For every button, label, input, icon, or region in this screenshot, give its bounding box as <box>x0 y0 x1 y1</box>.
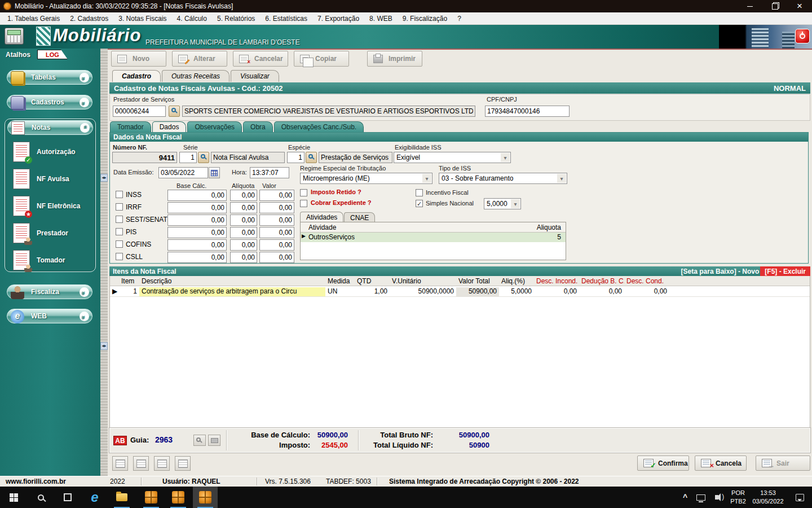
pis-checkbox[interactable] <box>116 228 123 235</box>
cpf-input[interactable] <box>485 106 570 117</box>
sidebar-item-nf-avulsa[interactable]: NF Avulsa <box>5 167 95 191</box>
record-nav-next-button[interactable] <box>154 456 170 471</box>
menu-relatorios[interactable]: 5. Relatórios <box>212 14 260 24</box>
simples-valor-select[interactable]: 5,0000 ▾ <box>484 198 521 209</box>
subtab-observacoes-canc[interactable]: Observações Canc./Sub. <box>274 121 364 132</box>
record-nav-prev-button[interactable] <box>133 456 149 471</box>
alterar-button[interactable]: Alterar <box>172 51 227 67</box>
tab-cadastro[interactable]: Cadastro <box>112 70 161 82</box>
inss-base-input[interactable] <box>167 190 227 201</box>
chevron-down-icon[interactable]: » <box>80 312 89 321</box>
sidebar-splitter[interactable]: ◂▸ ◂▸ <box>100 49 108 476</box>
sair-button[interactable]: → Sair <box>756 456 810 471</box>
taskbar-app1-button[interactable] <box>139 487 164 508</box>
especie-input[interactable] <box>287 152 304 163</box>
cancelar-button[interactable]: × Cancelar <box>233 51 288 67</box>
incentivo-fiscal-checkbox[interactable] <box>416 189 423 196</box>
guia-search-button[interactable] <box>193 435 206 446</box>
menu-cadastros[interactable]: 2. Cadastros <box>65 14 113 24</box>
menu-estatisticas[interactable]: 6. Estatísticas <box>260 14 312 24</box>
sest-checkbox[interactable] <box>116 216 123 223</box>
network-tray-icon[interactable] <box>692 487 709 508</box>
clock[interactable]: 13:53 03/05/2022 <box>745 489 791 506</box>
minimize-button[interactable] <box>738 0 762 12</box>
numero-input[interactable] <box>112 152 177 163</box>
serie-input[interactable] <box>179 152 197 163</box>
copiar-button[interactable]: Copiar <box>294 51 349 67</box>
irrf-valor-input[interactable] <box>259 202 294 213</box>
sidebar-item-nf-eletronica[interactable]: ★ NF Eletrônica <box>5 194 95 218</box>
chevron-up-icon[interactable]: » <box>80 123 90 133</box>
record-nav-first-button[interactable] <box>112 456 128 471</box>
sidebar-group-notas[interactable]: Notas » <box>7 120 93 135</box>
action-center-button[interactable] <box>788 487 811 508</box>
splitter-expand-button[interactable]: ◂▸ <box>100 342 108 350</box>
cofins-checkbox[interactable] <box>116 240 123 248</box>
prestador-search-button[interactable] <box>169 106 180 117</box>
pis-base-input[interactable] <box>167 227 227 238</box>
sidebar-group-cadastros[interactable]: Cadastros » <box>7 95 92 110</box>
pis-valor-input[interactable] <box>259 227 294 238</box>
inss-aliquota-input[interactable] <box>230 190 257 201</box>
csll-aliquota-input[interactable] <box>230 252 257 263</box>
chevron-down-icon[interactable]: » <box>80 73 89 82</box>
subtab-tomador[interactable]: Tomador <box>110 121 151 132</box>
taskbar-app2-button[interactable] <box>166 487 191 508</box>
taskbar-explorer-button[interactable] <box>109 487 134 508</box>
calendar-button[interactable] <box>209 167 220 178</box>
sidebar-item-prestador[interactable]: Prestador <box>5 221 95 246</box>
tab-visualizar[interactable]: Visualizar <box>231 70 279 82</box>
restore-button[interactable] <box>762 0 787 12</box>
taskbar-app3-button-active[interactable] <box>193 487 218 508</box>
cancela-button[interactable]: × Cancela <box>695 456 747 471</box>
imposto-retido-checkbox[interactable] <box>300 189 307 196</box>
start-button[interactable] <box>1 487 26 508</box>
irrf-base-input[interactable] <box>167 202 227 213</box>
csll-valor-input[interactable] <box>259 252 294 263</box>
chevron-down-icon[interactable]: » <box>80 287 89 297</box>
sest-base-input[interactable] <box>167 214 227 226</box>
novo-button[interactable]: Novo <box>111 51 166 67</box>
cofins-base-input[interactable] <box>167 239 227 251</box>
exit-power-button[interactable] <box>795 29 810 43</box>
regime-select[interactable]: Microempresário (ME) ▾ <box>300 173 433 184</box>
taskbar-search-button[interactable] <box>28 487 53 508</box>
cofins-valor-input[interactable] <box>259 239 294 251</box>
tipo-iss-select[interactable]: 03 - Sobre Faturamento ▾ <box>439 173 567 184</box>
item-row[interactable]: ▶ 1 Contratação de serviços de arbitrage… <box>110 286 810 297</box>
sidebar-item-tomador[interactable]: Tomador <box>5 248 95 273</box>
menu-fiscalizacao[interactable]: 9. Fiscalização <box>398 14 452 24</box>
prestador-code-input[interactable] <box>113 106 166 117</box>
sest-valor-input[interactable] <box>259 214 294 226</box>
especie-search-button[interactable] <box>306 152 317 163</box>
sidebar-group-tabelas[interactable]: Tabelas » <box>7 70 92 85</box>
menu-help[interactable]: ? <box>452 14 466 24</box>
log-button[interactable]: LOG <box>37 50 68 59</box>
show-hidden-icons-button[interactable]: ^ <box>676 487 695 508</box>
close-button[interactable] <box>787 0 812 12</box>
simples-nacional-checkbox[interactable] <box>416 200 423 207</box>
cobrar-expediente-checkbox[interactable] <box>300 200 307 207</box>
subtab-dados[interactable]: Dados <box>152 121 187 132</box>
prestador-name-input[interactable] <box>182 106 475 117</box>
csll-checkbox[interactable] <box>116 253 123 260</box>
subtab-observacoes[interactable]: Observações <box>187 121 242 132</box>
irrf-checkbox[interactable] <box>116 203 123 211</box>
inss-checkbox[interactable] <box>116 191 123 198</box>
confirma-button[interactable]: ✓ Confirma <box>637 456 689 471</box>
sidebar-group-fiscaliza[interactable]: Fiscaliza » <box>7 284 92 299</box>
splitter-collapse-button[interactable]: ◂▸ <box>100 174 108 182</box>
subtab-obra[interactable]: Obra <box>243 121 273 132</box>
serie-search-button[interactable] <box>198 152 209 163</box>
task-view-button[interactable] <box>55 487 80 508</box>
menu-web[interactable]: 8. WEB <box>364 14 398 24</box>
pis-aliquota-input[interactable] <box>230 227 257 238</box>
inss-valor-input[interactable] <box>259 190 294 201</box>
chevron-down-icon[interactable]: » <box>80 98 89 107</box>
sidebar-item-autorizacao[interactable]: ✓ Autorização <box>5 139 95 164</box>
volume-tray-icon[interactable] <box>708 487 725 508</box>
serie-desc-input[interactable] <box>211 152 285 163</box>
irrf-aliquota-input[interactable] <box>230 202 257 213</box>
calculator-icon[interactable] <box>5 28 24 45</box>
sest-aliquota-input[interactable] <box>230 214 257 226</box>
